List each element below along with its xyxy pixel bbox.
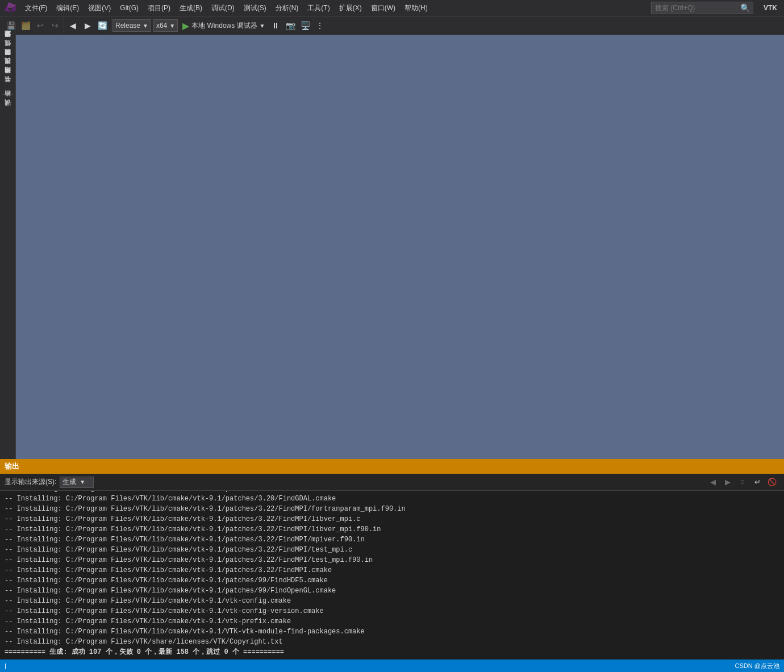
output-toolbar: 显示输出来源(S): 生成 ▼ ◀ ▶ ≡ ↵ 🚫	[0, 474, 784, 491]
vs-logo	[2, 0, 18, 16]
menu-file[interactable]: 文件(F)	[20, 1, 52, 15]
menu-analyze[interactable]: 分析(N)	[271, 1, 303, 15]
run-button[interactable]: ▶ 本地 Windows 调试器 ▼	[179, 19, 268, 32]
log-line: -- Installing: C:/Program Files/VTK/lib/…	[5, 586, 779, 596]
log-line: -- Installing: C:/Program Files/VTK/shar…	[5, 637, 779, 647]
output-wrap-button[interactable]: ↵	[750, 475, 764, 489]
refresh-button[interactable]: 🔄	[95, 18, 110, 33]
more-button[interactable]: ⋮	[312, 18, 327, 33]
sidebar-tab-bookmarks[interactable]: 书签	[2, 83, 14, 92]
menu-debug[interactable]: 调试(D)	[207, 1, 239, 15]
statusbar: | CSDN @点云池	[0, 660, 784, 672]
search-icon[interactable]: 🔍	[740, 3, 750, 12]
menu-project[interactable]: 项目(P)	[143, 1, 175, 15]
menu-window[interactable]: 窗口(W)	[366, 1, 400, 15]
menu-help[interactable]: 帮助(H)	[400, 1, 432, 15]
output-next-button[interactable]: ▶	[721, 475, 735, 489]
back-button[interactable]: ◀	[65, 18, 80, 33]
output-title: 输出	[5, 461, 19, 471]
menu-git[interactable]: Git(G)	[115, 2, 143, 14]
pause-button[interactable]: ⏸	[268, 18, 283, 33]
arch-dropdown-arrow: ▼	[169, 23, 175, 29]
log-line: -- Installing: C:/Program Files/VTK/lib/…	[5, 596, 779, 606]
output-content: -- Installing: C:/Program Files/VTK/lib/…	[0, 491, 784, 660]
camera-button[interactable]: 📷	[283, 18, 298, 33]
menu-build[interactable]: 生成(B)	[175, 1, 207, 15]
config-dropdown-arrow: ▼	[143, 23, 148, 29]
output-panel: 输出 显示输出来源(S): 生成 ▼ ◀ ▶ ≡ ↵ 🚫 -- Installi…	[0, 459, 784, 672]
output-source-arrow: ▼	[80, 479, 85, 485]
output-source-dropdown[interactable]: 生成 ▼	[60, 477, 94, 488]
toolbar-undo-group: 💾 🗂️ ↩ ↪	[2, 16, 64, 35]
app-title: VTK	[759, 4, 782, 12]
sidebar-tab-class[interactable]: 类视图	[2, 65, 14, 74]
statusbar-cursor: |	[5, 662, 6, 669]
output-source-label: 显示输出来源(S):	[5, 477, 56, 487]
statusbar-right: CSDN @点云池	[735, 662, 779, 670]
toolbar: 💾 🗂️ ↩ ↪ ◀ ▶ 🔄 Release ▼ x64 ▼ ▶ 本地 Wind…	[0, 16, 784, 35]
log-line: -- Installing: C:/Program Files/VTK/lib/…	[5, 555, 779, 565]
log-line: -- Installing: C:/Program Files/VTK/lib/…	[5, 524, 779, 535]
output-titlebar: 输出	[0, 459, 784, 474]
menu-test[interactable]: 测试(S)	[239, 1, 271, 15]
log-line: -- Installing: C:/Program Files/VTK/lib/…	[5, 616, 779, 627]
menu-edit[interactable]: 编辑(E)	[52, 1, 84, 15]
log-line: -- Installing: C:/Program Files/VTK/lib/…	[5, 606, 779, 616]
search-input[interactable]	[655, 4, 740, 12]
main-editor-area	[16, 35, 784, 459]
sidebar-tab-properties[interactable]: 属性	[2, 47, 14, 56]
menu-extensions[interactable]: 扩展(X)	[335, 1, 366, 15]
log-line: -- Installing: C:/Program Files/VTK/lib/…	[5, 494, 779, 504]
run-label: 本地 Windows 调试器	[191, 21, 257, 31]
sidebar-tab-output[interactable]: 输出	[2, 97, 14, 106]
arch-dropdown[interactable]: x64 ▼	[153, 19, 178, 32]
output-clear-button[interactable]: 🚫	[765, 475, 779, 489]
log-line: -- Installing: C:/Program Files/VTK/lib/…	[5, 504, 779, 514]
save-all-button[interactable]: 🗂️	[18, 18, 33, 33]
undo-button[interactable]: ↩	[33, 18, 48, 33]
log-line: -- Installing: C:/Program Files/VTK/lib/…	[5, 535, 779, 545]
redo-button[interactable]: ↪	[48, 18, 62, 33]
output-prev-button[interactable]: ◀	[706, 475, 720, 489]
log-line: -- Installing: C:/Program Files/VTK/lib/…	[5, 575, 779, 586]
search-box[interactable]: 🔍	[651, 2, 753, 14]
log-line: -- Installing: C:/Program Files/VTK/lib/…	[5, 627, 779, 637]
arch-value: x64	[156, 22, 167, 30]
sidebar-tab-solution[interactable]: 解决方案资源管理器	[2, 37, 14, 47]
log-line: -- Installing: C:/Program Files/VTK/lib/…	[5, 565, 779, 575]
menu-tools[interactable]: 工具(T)	[303, 1, 334, 15]
screenshot-button[interactable]: 🖥️	[298, 18, 312, 33]
forward-button[interactable]: ▶	[80, 18, 95, 33]
menubar: 文件(F) 编辑(E) 视图(V) Git(G) 项目(P) 生成(B) 调试(…	[0, 0, 784, 16]
sidebar-divider	[2, 94, 14, 95]
config-value: Release	[115, 22, 140, 30]
play-icon: ▶	[182, 20, 189, 31]
log-line: -- Installing: C:/Program Files/VTK/lib/…	[5, 545, 779, 555]
save-button[interactable]: 💾	[3, 18, 18, 33]
log-line: -- Installing: C:/Program Files/VTK/lib/…	[5, 514, 779, 524]
sidebar-tab-team[interactable]: 团队资源管理器	[2, 56, 14, 65]
toolbar-nav-group: ◀ ▶ 🔄	[64, 16, 111, 35]
config-dropdown[interactable]: Release ▼	[112, 19, 151, 32]
menu-view[interactable]: 视图(V)	[84, 1, 115, 15]
sidebar-tab-callhierarchy[interactable]: 调用层次结构	[2, 74, 14, 83]
sidebar-tab-debug[interactable]: 调试	[2, 106, 14, 115]
output-source-value: 生成	[62, 477, 76, 487]
run-dropdown-arrow: ▼	[260, 23, 265, 29]
log-line: ========== 生成: 成功 107 个，失败 0 个，最新 158 个，…	[5, 647, 779, 657]
output-filter-button[interactable]: ≡	[736, 475, 749, 489]
